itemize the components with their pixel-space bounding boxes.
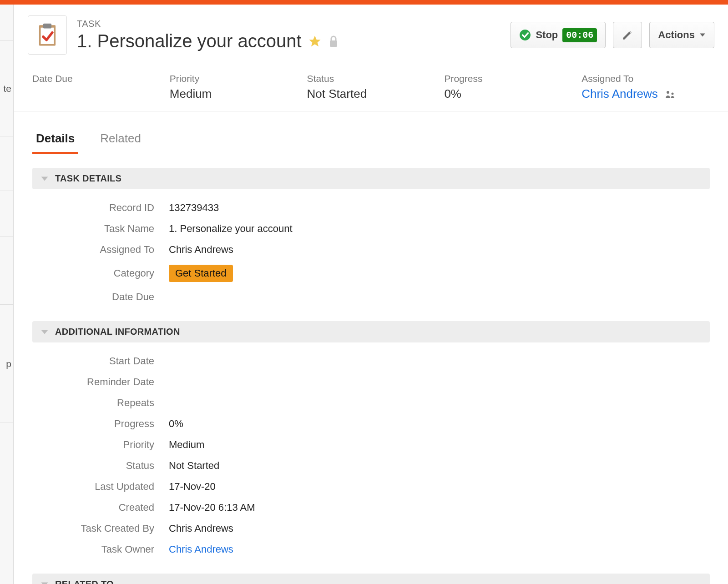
field-value: 17-Nov-20 6:13 AM [169, 502, 255, 514]
task-details-fields: Record ID132739433Task Name1. Personaliz… [32, 197, 710, 307]
field-row: PriorityMedium [32, 434, 710, 455]
section-title: ADDITIONAL INFORMATION [55, 327, 180, 337]
field-value: Not Started [169, 460, 219, 472]
field-row: Last Updated17-Nov-20 [32, 476, 710, 497]
edit-button[interactable] [613, 22, 642, 48]
svg-rect-4 [330, 40, 337, 47]
field-row: Task OwnerChris Andrews [32, 539, 710, 560]
pencil-icon [622, 29, 633, 41]
stop-timer-button[interactable]: Stop 00:06 [511, 22, 606, 48]
summary-label: Progress [444, 73, 572, 84]
field-row: Repeats [32, 393, 710, 413]
svg-rect-2 [43, 24, 51, 29]
lock-icon[interactable] [328, 35, 339, 48]
summary-label: Priority [170, 73, 298, 84]
tab-details[interactable]: Details [32, 125, 78, 154]
tab-related[interactable]: Related [96, 125, 145, 154]
svg-marker-9 [41, 176, 48, 181]
field-label: Category [32, 267, 169, 279]
summary-value: Medium [170, 87, 298, 101]
field-row: Record ID132739433 [32, 197, 710, 218]
chevron-down-icon [40, 580, 49, 584]
svg-marker-6 [700, 34, 705, 37]
category-chip[interactable]: Get Started [169, 265, 233, 282]
sidebar-stub-row: p [0, 305, 13, 423]
field-label: Status [32, 460, 169, 472]
clipboard-check-icon [34, 22, 61, 48]
summary-value: Not Started [307, 87, 435, 101]
stop-label: Stop [536, 29, 558, 41]
field-label: Record ID [32, 202, 169, 214]
summary-date-due: Date Due [32, 73, 161, 101]
section-task-details[interactable]: TASK DETAILS [32, 168, 710, 189]
field-link[interactable]: Chris Andrews [169, 544, 233, 555]
chevron-down-icon [40, 175, 49, 183]
field-label: Start Date [32, 355, 169, 367]
field-value: 1. Personalize your account [169, 223, 293, 235]
field-row: Task Created ByChris Andrews [32, 518, 710, 539]
sidebar-stub-row: te [0, 41, 13, 136]
summary-progress: Progress 0% [444, 73, 572, 101]
svg-point-5 [520, 30, 531, 40]
field-row: Reminder Date [32, 372, 710, 393]
field-value: 132739433 [169, 202, 219, 214]
people-icon[interactable] [665, 90, 676, 99]
chevron-down-icon [40, 328, 49, 336]
svg-point-7 [667, 91, 669, 94]
summary-label: Status [307, 73, 435, 84]
summary-status: Status Not Started [307, 73, 435, 101]
field-row: Task Name1. Personalize your account [32, 218, 710, 239]
field-label: Reminder Date [32, 376, 169, 388]
field-row: Assigned ToChris Andrews [32, 239, 710, 260]
svg-marker-11 [41, 582, 48, 584]
section-title: RELATED TO [55, 579, 114, 584]
task-panel: TASK 1. Personalize your account Stop [14, 5, 728, 584]
field-value: Medium [169, 439, 204, 451]
task-type-label: TASK [77, 19, 511, 29]
field-row: StatusNot Started [32, 455, 710, 476]
task-title: 1. Personalize your account [77, 31, 302, 51]
field-row: Created17-Nov-20 6:13 AM [32, 497, 710, 518]
task-header: TASK 1. Personalize your account Stop [14, 5, 728, 63]
field-label: Created [32, 502, 169, 514]
svg-marker-10 [41, 330, 48, 334]
field-label: Assigned To [32, 244, 169, 256]
summary-priority: Priority Medium [170, 73, 298, 101]
chevron-down-icon [699, 32, 706, 38]
section-related-to[interactable]: RELATED TO [32, 574, 710, 584]
field-row: Progress0% [32, 413, 710, 434]
star-icon[interactable] [308, 35, 322, 48]
field-label: Task Owner [32, 544, 169, 555]
section-additional-info[interactable]: ADDITIONAL INFORMATION [32, 321, 710, 342]
sidebar-stub-row [0, 5, 13, 41]
assigned-to-link[interactable]: Chris Andrews [581, 87, 658, 101]
field-value: Chris Andrews [169, 523, 233, 534]
sidebar-stub-row [0, 191, 13, 237]
actions-label: Actions [658, 29, 695, 41]
timer-value: 00:06 [562, 28, 597, 42]
field-label: Task Name [32, 223, 169, 235]
field-value: Get Started [169, 265, 233, 282]
task-icon [28, 15, 67, 55]
actions-button[interactable]: Actions [649, 22, 714, 48]
field-value: Chris Andrews [169, 544, 233, 555]
field-label: Repeats [32, 397, 169, 409]
section-title: TASK DETAILS [55, 173, 121, 184]
field-label: Last Updated [32, 481, 169, 493]
field-value: 17-Nov-20 [169, 481, 216, 493]
field-label: Priority [32, 439, 169, 451]
field-label: Task Created By [32, 523, 169, 534]
field-value: Chris Andrews [169, 244, 233, 256]
field-value: 0% [169, 418, 183, 430]
field-row: CategoryGet Started [32, 260, 710, 287]
field-row: Date Due [32, 287, 710, 307]
summary-label: Assigned To [581, 73, 710, 84]
sidebar-collapsed: te p [0, 5, 14, 584]
sidebar-stub-row [0, 136, 13, 191]
topbar-accent [0, 0, 728, 5]
additional-info-fields: Start DateReminder DateRepeatsProgress0%… [32, 351, 710, 560]
timer-check-icon [519, 29, 531, 41]
sidebar-stub-row [0, 237, 13, 305]
field-label: Date Due [32, 291, 169, 303]
tabs: Details Related [14, 125, 728, 154]
